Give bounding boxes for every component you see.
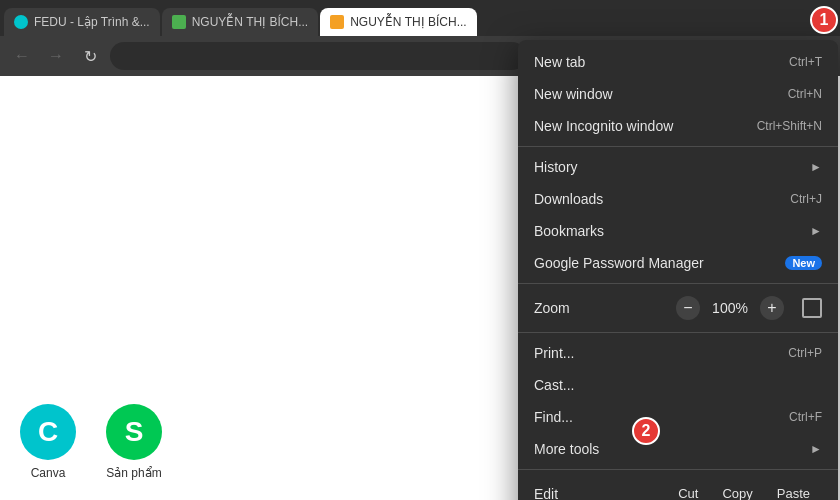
history-arrow: ► (810, 160, 822, 174)
annotation-badge-1: 1 (810, 6, 838, 34)
more-tools-arrow: ► (810, 442, 822, 456)
divider-2 (518, 283, 838, 284)
menu-shortcut-new-window: Ctrl+N (788, 87, 822, 101)
divider-3 (518, 332, 838, 333)
menu-label-cast: Cast... (534, 377, 822, 393)
menu-shortcut-find: Ctrl+F (789, 410, 822, 424)
menu-item-cast[interactable]: Cast... (518, 369, 838, 401)
zoom-controls: − 100% + (676, 296, 822, 320)
tab-label-fedu: FEDU - Lập Trình &... (34, 15, 150, 29)
divider-4 (518, 469, 838, 470)
tab-favicon-nguyen2 (330, 15, 344, 29)
menu-item-more-tools[interactable]: More tools ► (518, 433, 838, 465)
menu-item-find[interactable]: Find... Ctrl+F (518, 401, 838, 433)
menu-item-password-manager[interactable]: Google Password Manager New (518, 247, 838, 279)
edit-label: Edit (534, 486, 666, 501)
menu-item-downloads[interactable]: Downloads Ctrl+J (518, 183, 838, 215)
menu-label-incognito: New Incognito window (534, 118, 757, 134)
new-badge: New (785, 256, 822, 270)
cut-button[interactable]: Cut (666, 482, 710, 500)
fullscreen-button[interactable] (802, 298, 822, 318)
copy-button[interactable]: Copy (710, 482, 764, 500)
menu-item-incognito[interactable]: New Incognito window Ctrl+Shift+N (518, 110, 838, 142)
tab-nguyen1[interactable]: NGUYỄN THỊ BÍCH... (162, 8, 318, 36)
sanpham-icon: S (106, 404, 162, 460)
menu-item-print[interactable]: Print... Ctrl+P (518, 337, 838, 369)
menu-shortcut-incognito: Ctrl+Shift+N (757, 119, 822, 133)
canva-icon: C (20, 404, 76, 460)
menu-shortcut-new-tab: Ctrl+T (789, 55, 822, 69)
menu-label-new-tab: New tab (534, 54, 789, 70)
context-menu: New tab Ctrl+T New window Ctrl+N New Inc… (518, 40, 838, 500)
tab-favicon-nguyen1 (172, 15, 186, 29)
zoom-out-button[interactable]: − (676, 296, 700, 320)
zoom-row: Zoom − 100% + (518, 288, 838, 328)
canva-label: Canva (31, 466, 66, 480)
menu-label-bookmarks: Bookmarks (534, 223, 802, 239)
edit-row: Edit Cut Copy Paste (518, 474, 838, 500)
zoom-in-button[interactable]: + (760, 296, 784, 320)
menu-label-downloads: Downloads (534, 191, 790, 207)
tab-bar: FEDU - Lập Trình &... NGUYỄN THỊ BÍCH...… (0, 0, 840, 36)
menu-label-history: History (534, 159, 802, 175)
tab-nguyen2[interactable]: NGUYỄN THỊ BÍCH... (320, 8, 476, 36)
tab-fedu[interactable]: FEDU - Lập Trình &... (4, 8, 160, 36)
shortcut-canva[interactable]: C Canva (20, 404, 76, 480)
annotation-badge-2: 2 (632, 417, 660, 445)
tab-label-nguyen2: NGUYỄN THỊ BÍCH... (350, 15, 466, 29)
menu-label-print: Print... (534, 345, 788, 361)
sanpham-label: Sản phẩm (106, 466, 161, 480)
shortcut-sanpham[interactable]: S Sản phẩm (106, 404, 162, 480)
back-button[interactable]: ← (8, 42, 36, 70)
zoom-value: 100% (710, 300, 750, 316)
menu-item-history[interactable]: History ► (518, 151, 838, 183)
divider-1 (518, 146, 838, 147)
reload-button[interactable]: ↻ (76, 42, 104, 70)
menu-shortcut-print: Ctrl+P (788, 346, 822, 360)
menu-label-find: Find... (534, 409, 789, 425)
bookmarks-arrow: ► (810, 224, 822, 238)
tab-label-nguyen1: NGUYỄN THỊ BÍCH... (192, 15, 308, 29)
zoom-label: Zoom (534, 300, 676, 316)
menu-item-new-window[interactable]: New window Ctrl+N (518, 78, 838, 110)
paste-button[interactable]: Paste (765, 482, 822, 500)
forward-button[interactable]: → (42, 42, 70, 70)
menu-item-new-tab[interactable]: New tab Ctrl+T (518, 46, 838, 78)
menu-shortcut-downloads: Ctrl+J (790, 192, 822, 206)
menu-label-new-window: New window (534, 86, 788, 102)
menu-label-more-tools: More tools (534, 441, 802, 457)
menu-label-password-manager: Google Password Manager (534, 255, 777, 271)
menu-item-bookmarks[interactable]: Bookmarks ► (518, 215, 838, 247)
tab-favicon-fedu (14, 15, 28, 29)
address-bar[interactable] (110, 42, 526, 70)
